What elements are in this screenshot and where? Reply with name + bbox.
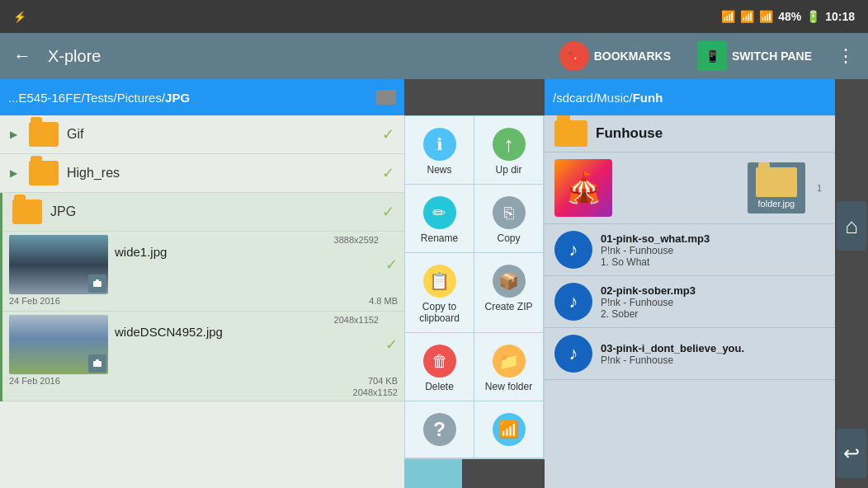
- folder-funhouse[interactable]: Funhouse: [545, 115, 835, 152]
- image-widedscn-size: 704 KB: [368, 376, 398, 386]
- home-button[interactable]: ⌂: [837, 201, 866, 251]
- right-nav: ⌂ ↩: [835, 112, 868, 488]
- folder-image-number: 1: [814, 180, 825, 196]
- menu-item-create-zip[interactable]: 📦 Create ZIP: [474, 253, 544, 333]
- music-thumb: 🎪: [554, 159, 612, 217]
- right-path-text: /sdcard/Music/Funh: [553, 91, 663, 105]
- image-widedscn-row: 2048x1152 wideDSCN4952.jpg ✓: [9, 315, 398, 374]
- music-filename-1: 01-pink-so_what.mp3: [601, 232, 825, 245]
- menu-copy-label: Copy: [497, 232, 520, 244]
- image-widedscn-name: wideDSCN4952.jpg: [115, 325, 379, 339]
- app-title: X-plore: [48, 47, 541, 66]
- wifi-icon: 📶: [740, 10, 754, 23]
- folder-image-thumb: folder.jpg: [748, 162, 805, 214]
- left-path-prefix: ...E545-16FE/Tests/Pictures/: [8, 91, 165, 105]
- menu-item-copy[interactable]: ⎘ Copy: [474, 185, 544, 253]
- folder-image-name: folder.jpg: [758, 199, 795, 209]
- image-wide1-name: wide1.jpg: [115, 245, 379, 259]
- menu-zip-label: Create ZIP: [484, 301, 532, 312]
- folder-gif[interactable]: ▶ Gif ✓: [0, 115, 404, 154]
- folder-jpg[interactable]: JPG ✓: [2, 193, 404, 232]
- right-pane: /sdcard/Music/Funh Funhouse 🎪 folder.jpg: [545, 79, 835, 488]
- image-wide1-info: 3888x2592 wide1.jpg: [115, 235, 379, 259]
- bookmarks-label: BOOKMARKS: [594, 49, 671, 63]
- folder-image-row: 🎪 folder.jpg 1: [545, 152, 835, 224]
- back-nav-button[interactable]: ↩: [837, 429, 866, 478]
- battery-icon: 🔋: [806, 10, 820, 23]
- check-widedscn: ✓: [385, 336, 398, 354]
- music-item-3[interactable]: ♪ 03-pink-i_dont_believe_you. P!nk - Fun…: [545, 328, 835, 380]
- music-track-2: 2. Sober: [601, 308, 825, 320]
- switch-pane-button[interactable]: 📱 SWITCH PANE: [689, 36, 820, 76]
- menu-item-new-folder[interactable]: 📁 New folder: [474, 333, 544, 401]
- svg-rect-1: [96, 279, 99, 282]
- image-widedscn[interactable]: 2048x1152 wideDSCN4952.jpg ✓ 24 Feb 2016…: [2, 312, 404, 401]
- svg-rect-3: [96, 359, 99, 362]
- menu-item-wifi[interactable]: 📶: [474, 401, 544, 458]
- status-right: 📶 📶 📶 48% 🔋 10:18: [721, 10, 855, 23]
- svg-rect-0: [93, 281, 101, 287]
- image-wide1-size: 4.8 MB: [369, 296, 398, 306]
- image-widedscn-info: 2048x1152 wideDSCN4952.jpg: [115, 315, 379, 339]
- image-widedscn-dim: 2048x1152: [115, 315, 379, 325]
- usb-icon: ⚡: [13, 11, 26, 23]
- menu-item-news[interactable]: ℹ News: [405, 116, 474, 185]
- music-info-3: 03-pink-i_dont_believe_you. P!nk - Funho…: [601, 342, 825, 366]
- music-item-1[interactable]: ♪ 01-pink-so_what.mp3 P!nk - Funhouse 1.…: [545, 224, 835, 276]
- menu-delete-label: Delete: [425, 381, 454, 392]
- main-content: ...E545-16FE/Tests/Pictures/JPG ▶ Gif ✓ …: [0, 79, 868, 488]
- menu-new-folder-icon: 📁: [493, 345, 526, 378]
- menu-updir-label: Up dir: [495, 164, 521, 176]
- signal-icon: 📶: [759, 10, 773, 23]
- folder-icon-jpg: [12, 199, 42, 224]
- menu-updir-icon: ↑: [493, 128, 526, 161]
- music-item-2[interactable]: ♪ 02-pink-sober.mp3 P!nk - Funhouse 2. S…: [545, 276, 835, 328]
- back-button[interactable]: ←: [7, 42, 38, 70]
- menu-delete-icon: 🗑: [423, 345, 456, 378]
- menu-item-copy-clipboard[interactable]: 📋 Copy to clipboard: [405, 253, 474, 333]
- more-options-button[interactable]: ⋮: [830, 42, 861, 70]
- music-artist-1: P!nk - Funhouse: [601, 245, 825, 256]
- image-wide1-dim: 3888x2592: [115, 235, 379, 245]
- menu-news-icon: ℹ: [423, 128, 456, 161]
- context-menu: ℹ News ↑ Up dir ✏ Rename ⎘ Copy 📋 Copy t…: [404, 115, 545, 459]
- music-info-2: 02-pink-sober.mp3 P!nk - Funhouse 2. Sob…: [601, 284, 825, 320]
- bookmarks-button[interactable]: 🔖 BOOKMARKS: [551, 36, 679, 76]
- sd-card-icon: [376, 90, 396, 105]
- expand-arrow-gif: ▶: [10, 129, 17, 140]
- music-artist-2: P!nk - Funhouse: [601, 297, 825, 308]
- thumb-wide1: [9, 235, 108, 294]
- music-track-1: 1. So What: [601, 256, 825, 268]
- menu-item-updir[interactable]: ↑ Up dir: [474, 116, 544, 185]
- folder-name-high-res: High_res: [67, 166, 374, 181]
- menu-zip-icon: 📦: [493, 265, 526, 298]
- menu-wifi-icon: 📶: [493, 413, 526, 446]
- image-wide1[interactable]: 3888x2592 wide1.jpg ✓ 24 Feb 2016 4.8 MB: [2, 232, 404, 312]
- menu-item-delete[interactable]: 🗑 Delete: [405, 333, 474, 401]
- menu-item-help[interactable]: ?: [405, 401, 474, 458]
- menu-item-rename[interactable]: ✏ Rename: [405, 185, 474, 253]
- folder-name-gif: Gif: [67, 127, 374, 142]
- right-path-bar: /sdcard/Music/Funh: [545, 79, 835, 115]
- time-text: 10:18: [825, 10, 855, 23]
- thumb-overlay-widedscn: [88, 354, 106, 373]
- switch-pane-label: SWITCH PANE: [732, 49, 812, 63]
- svg-rect-2: [93, 361, 101, 367]
- folder-icon-gif: [29, 122, 59, 147]
- music-info-1: 01-pink-so_what.mp3 P!nk - Funhouse 1. S…: [601, 232, 825, 268]
- menu-rename-label: Rename: [421, 232, 458, 244]
- image-wide1-meta: 24 Feb 2016 4.8 MB: [9, 294, 398, 307]
- left-path-text: ...E545-16FE/Tests/Pictures/JPG: [8, 91, 371, 105]
- menu-help-icon: ?: [423, 413, 456, 446]
- app-bar: ← X-plore 🔖 BOOKMARKS 📱 SWITCH PANE ⋮: [0, 33, 868, 79]
- folder-icon-funhouse: [554, 120, 587, 147]
- folder-high-res[interactable]: ▶ High_res ✓: [0, 154, 404, 193]
- menu-new-folder-label: New folder: [485, 381, 532, 392]
- bookmark-icon: 🔖: [559, 41, 589, 71]
- check-gif: ✓: [382, 125, 394, 143]
- music-icon-2: ♪: [554, 283, 592, 321]
- check-jpg: ✓: [382, 203, 394, 221]
- image-widedscn-dim2: 2048x1152: [9, 387, 398, 397]
- switch-pane-icon: 📱: [697, 41, 727, 71]
- right-file-list: Funhouse 🎪 folder.jpg 1 ♪: [545, 115, 835, 488]
